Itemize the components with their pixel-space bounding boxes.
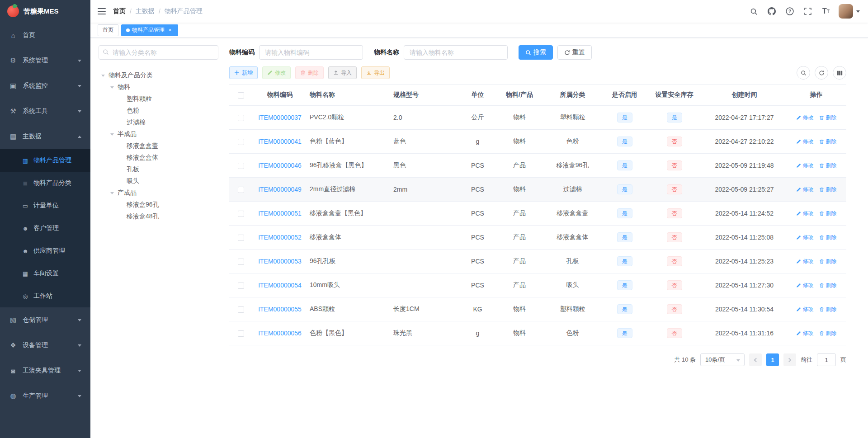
sidebar-item[interactable]: ⚒ 系统工具 (0, 99, 90, 124)
edit-button[interactable]: 修改 (262, 66, 291, 79)
fullscreen-icon[interactable] (799, 0, 817, 23)
toggle-search-icon[interactable] (797, 66, 810, 80)
breadcrumb-link[interactable]: 主数据 (136, 7, 155, 15)
goto-page-input[interactable] (817, 353, 836, 366)
select-all-checkbox[interactable] (238, 92, 244, 99)
help-icon[interactable]: ? (781, 0, 799, 23)
delete-button[interactable]: 删除 (295, 66, 324, 79)
row-checkbox[interactable] (238, 187, 244, 193)
sidebar-item[interactable]: ▤ 主数据 (0, 124, 90, 149)
sidebar-item[interactable]: ❖ 设备管理 (0, 333, 90, 358)
delete-link[interactable]: 删除 (819, 330, 837, 337)
row-checkbox[interactable] (238, 306, 244, 313)
delete-link[interactable]: 删除 (819, 306, 837, 313)
sidebar-item[interactable]: ▧ 仓储管理 (0, 307, 90, 333)
page-size-select[interactable]: 10条/页 (700, 353, 745, 366)
edit-link[interactable]: 修改 (796, 330, 814, 337)
item-code-link[interactable]: ITEM00000054 (258, 282, 302, 289)
menu-fold-icon[interactable] (90, 0, 113, 23)
reset-button[interactable]: 重置 (557, 45, 592, 60)
sidebar-item[interactable]: ⌂ 首页 (0, 23, 90, 48)
breadcrumb-link[interactable]: 首页 (113, 7, 126, 15)
tree-node[interactable]: 物料及产品分类 (99, 70, 218, 81)
edit-link[interactable]: 修改 (796, 210, 814, 217)
edit-link[interactable]: 修改 (796, 258, 814, 265)
delete-link[interactable]: 删除 (819, 162, 837, 170)
sidebar-item[interactable]: ◙ 工装夹具管理 (0, 358, 90, 383)
sidebar-item[interactable]: ▣ 系统监控 (0, 73, 90, 99)
item-code-link[interactable]: ITEM00000055 (258, 306, 302, 313)
row-checkbox[interactable] (238, 139, 244, 145)
item-code-link[interactable]: ITEM00000052 (258, 234, 302, 241)
tree-node[interactable]: 吸头 (99, 175, 218, 187)
item-code-link[interactable]: ITEM00000051 (258, 210, 302, 217)
user-menu[interactable] (839, 4, 860, 19)
refresh-icon[interactable] (815, 66, 828, 80)
sidebar-subitem[interactable]: ▥ 物料产品管理 (0, 149, 90, 172)
row-checkbox[interactable] (238, 330, 244, 337)
item-code-link[interactable]: ITEM00000046 (258, 162, 302, 169)
github-icon[interactable] (763, 0, 781, 23)
sidebar-subitem[interactable]: ◎ 工作站 (0, 285, 90, 307)
tree-node[interactable]: 物料 (99, 81, 218, 93)
category-search-input[interactable] (99, 45, 218, 60)
delete-link[interactable]: 删除 (819, 282, 837, 289)
tree-node[interactable]: 移液盒96孔 (99, 199, 218, 211)
edit-link[interactable]: 修改 (796, 282, 814, 289)
columns-icon[interactable] (833, 66, 846, 80)
delete-link[interactable]: 删除 (819, 186, 837, 193)
row-checkbox[interactable] (238, 115, 244, 121)
delete-link[interactable]: 删除 (819, 138, 837, 146)
code-input[interactable] (259, 45, 363, 60)
sidebar-subitem[interactable]: ≣ 物料产品分类 (0, 172, 90, 194)
name-input[interactable] (404, 45, 508, 60)
app-logo[interactable]: 苦糖果MES (0, 0, 90, 23)
tree-node[interactable]: 色粉 (99, 105, 218, 117)
export-button[interactable]: 导出 (361, 66, 390, 79)
tree-node[interactable]: 产成品 (99, 187, 218, 199)
edit-link[interactable]: 修改 (796, 186, 814, 193)
edit-link[interactable]: 修改 (796, 234, 814, 241)
sidebar-subitem[interactable]: ☻ 客户管理 (0, 217, 90, 240)
sidebar-item[interactable]: ⚙ 系统管理 (0, 48, 90, 73)
delete-link[interactable]: 删除 (819, 234, 837, 241)
item-code-link[interactable]: ITEM00000056 (258, 330, 302, 337)
next-page-button[interactable] (783, 353, 796, 366)
search-button[interactable]: 搜索 (519, 45, 553, 60)
add-button[interactable]: 新增 (229, 66, 258, 79)
tree-node[interactable]: 过滤棉 (99, 117, 218, 128)
tree-node[interactable]: 塑料颗粒 (99, 93, 218, 105)
tab[interactable]: 首页 × (98, 24, 118, 36)
row-checkbox[interactable] (238, 163, 244, 169)
item-code-link[interactable]: ITEM00000053 (258, 258, 302, 265)
edit-link[interactable]: 修改 (796, 162, 814, 170)
sidebar-subitem[interactable]: ▦ 车间设置 (0, 262, 90, 285)
item-code-link[interactable]: ITEM00000049 (258, 186, 302, 193)
item-code-link[interactable]: ITEM00000041 (258, 138, 302, 145)
tree-node[interactable]: 移液盒盒盖 (99, 140, 218, 152)
search-icon[interactable] (745, 0, 763, 23)
breadcrumb-link[interactable]: 物料产品管理 (165, 7, 203, 15)
edit-link[interactable]: 修改 (796, 306, 814, 313)
delete-link[interactable]: 删除 (819, 258, 837, 265)
tree-node[interactable]: 孔板 (99, 164, 218, 175)
delete-link[interactable]: 删除 (819, 210, 837, 217)
sidebar-subitem[interactable]: ☻ 供应商管理 (0, 240, 90, 262)
page-button-1[interactable]: 1 (766, 353, 779, 366)
sidebar-item[interactable]: ◍ 生产管理 (0, 383, 90, 409)
tree-node[interactable]: 移液盒盒体 (99, 152, 218, 164)
tab[interactable]: 物料产品管理 × (121, 24, 178, 36)
item-code-link[interactable]: ITEM00000037 (258, 114, 302, 121)
edit-link[interactable]: 修改 (796, 114, 814, 122)
tree-node[interactable]: 半成品 (99, 128, 218, 140)
row-checkbox[interactable] (238, 235, 244, 241)
prev-page-button[interactable] (749, 353, 762, 366)
font-size-icon[interactable]: TT (817, 0, 835, 23)
row-checkbox[interactable] (238, 211, 244, 217)
sidebar-subitem[interactable]: ▭ 计量单位 (0, 194, 90, 217)
row-checkbox[interactable] (238, 259, 244, 265)
delete-link[interactable]: 删除 (819, 114, 837, 122)
close-icon[interactable]: × (167, 27, 173, 33)
import-button[interactable]: 导入 (328, 66, 357, 79)
edit-link[interactable]: 修改 (796, 138, 814, 146)
